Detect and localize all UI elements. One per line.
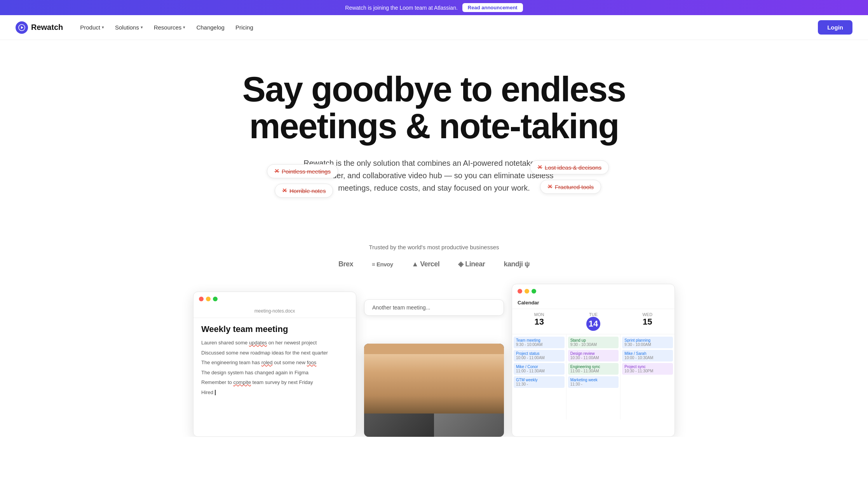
logo-icon bbox=[16, 21, 28, 34]
mockups-area: meeting-notes.docx Weekly team meeting L… bbox=[181, 276, 687, 437]
traffic-lights bbox=[193, 292, 356, 304]
product-chevron-icon: ▾ bbox=[102, 25, 104, 30]
brand-vercel: ▲ Vercel bbox=[411, 260, 439, 268]
nav-resources[interactable]: Resources ▾ bbox=[149, 21, 190, 34]
brand-linear: ◈ Linear bbox=[458, 260, 485, 268]
announcement-text: Rewatch is joining the Loom team at Atla… bbox=[345, 5, 458, 11]
nav-pricing[interactable]: Pricing bbox=[231, 21, 258, 34]
cal-event-gtm-weekly: GTM weekly 11:30 - bbox=[514, 376, 565, 388]
nav-product[interactable]: Product ▾ bbox=[75, 21, 109, 34]
doc-mockup: meeting-notes.docx Weekly team meeting L… bbox=[193, 292, 356, 437]
nav-changelog[interactable]: Changelog bbox=[192, 21, 229, 34]
cal-col-wed: Sprint planning 9:30 - 10:00AM Mike / Sa… bbox=[620, 334, 675, 420]
trusted-label: Trusted by the world's most productive b… bbox=[16, 244, 852, 250]
doc-line-2: Discussed some new roadmap ideas for the… bbox=[201, 349, 348, 357]
cal-tl-red bbox=[518, 289, 522, 294]
video-label: Another team meeting... bbox=[364, 299, 504, 316]
doc-content: Weekly team meeting Lauren shared some u… bbox=[193, 318, 356, 406]
hero-section: ✕ Pointless meetings ✕ Horrible notes ✕ … bbox=[220, 40, 648, 236]
video-area: Another team meeting... bbox=[364, 299, 504, 437]
tag-lost-ideas: ✕ Lost ideas & decisons bbox=[530, 160, 609, 174]
announcement-bar: Rewatch is joining the Loom team at Atla… bbox=[0, 0, 868, 15]
traffic-light-green bbox=[213, 297, 218, 301]
logo[interactable]: Rewatch bbox=[16, 21, 63, 34]
doc-line-1: Lauren shared some updates on her newest… bbox=[201, 339, 348, 347]
resources-chevron-icon: ▾ bbox=[183, 25, 185, 30]
video-mockup bbox=[364, 344, 504, 437]
cal-event-standup: Stand up 9:30 - 10:30AM bbox=[568, 337, 619, 348]
cal-event-project-status: Project status 10:00 - 11:00AM bbox=[514, 350, 565, 361]
x-icon-pointless: ✕ bbox=[274, 168, 279, 175]
login-button[interactable]: Login bbox=[818, 20, 852, 35]
doc-meeting-title: Weekly team meeting bbox=[201, 324, 348, 334]
cal-event-project-sync: Project sync 10:30 - 11:30PM bbox=[622, 363, 673, 375]
cal-event-sprint-planning: Sprint planning 9:30 - 10:00AM bbox=[622, 337, 673, 348]
cal-header-wed: WED 15 bbox=[620, 309, 675, 334]
cal-body: Team meeting 9:30 - 10:00AM Project stat… bbox=[512, 334, 675, 420]
calendar-title: Calendar bbox=[512, 297, 675, 309]
traffic-light-yellow bbox=[206, 297, 211, 301]
brand-brex: Brex bbox=[338, 260, 353, 268]
x-icon-horrible: ✕ bbox=[282, 187, 287, 194]
nav-left: Rewatch Product ▾ Solutions ▾ Resources … bbox=[16, 21, 258, 34]
calendar-mockup: Calendar MON 13 TUE 14 WED 15 bbox=[512, 284, 675, 437]
cal-tl-green bbox=[532, 289, 536, 294]
x-icon-fractured: ✕ bbox=[547, 183, 553, 190]
solutions-chevron-icon: ▾ bbox=[141, 25, 143, 30]
x-icon-lost: ✕ bbox=[537, 164, 542, 171]
tag-fractured-tools: ✕ Fractured tools bbox=[540, 180, 601, 194]
doc-line-3: The engineering team has roled out some … bbox=[201, 359, 348, 367]
brand-name: Rewatch bbox=[31, 23, 63, 32]
doc-line-5: Remember to compite team survey by next … bbox=[201, 379, 348, 386]
doc-line-6: Hired bbox=[201, 389, 348, 396]
cal-header: MON 13 TUE 14 WED 15 bbox=[512, 309, 675, 334]
cal-event-eng-sync: Engineering sync 11:00 - 11:30AM bbox=[568, 363, 619, 375]
doc-line-4: The design system has changed again in F… bbox=[201, 369, 348, 377]
logo-strip: Brex ≡ Envoy ▲ Vercel ◈ Linear kandji ψ bbox=[16, 260, 852, 268]
brand-envoy: ≡ Envoy bbox=[372, 261, 393, 268]
navbar: Rewatch Product ▾ Solutions ▾ Resources … bbox=[0, 15, 868, 40]
cal-header-mon: MON 13 bbox=[512, 309, 566, 334]
cal-tl-yellow bbox=[525, 289, 529, 294]
cal-col-tue: Stand up 9:30 - 10:30AM Design review 10… bbox=[566, 334, 621, 420]
nav-solutions[interactable]: Solutions ▾ bbox=[110, 21, 148, 34]
cal-col-mon: Team meeting 9:30 - 10:00AM Project stat… bbox=[512, 334, 566, 420]
hero-subtitle: Rewatch is the only solution that combin… bbox=[302, 157, 566, 194]
cal-header-tue: TUE 14 bbox=[566, 309, 620, 334]
tag-horrible-notes: ✕ Horrible notes bbox=[275, 184, 333, 198]
hero-title: Say goodbye to endless meetings & note-t… bbox=[236, 71, 632, 144]
brand-kandji: kandji ψ bbox=[504, 260, 530, 268]
cal-traffic-lights bbox=[512, 284, 675, 297]
main-content: ✕ Pointless meetings ✕ Horrible notes ✕ … bbox=[0, 40, 868, 437]
cal-event-mike-conor: Mike / Conor 11:00 - 11:30AM bbox=[514, 363, 565, 375]
cal-event-marketing-week: Marketing week 11:30 - bbox=[568, 376, 619, 388]
doc-filename: meeting-notes.docx bbox=[193, 304, 356, 318]
read-announcement-button[interactable]: Read announcement bbox=[462, 3, 523, 12]
traffic-light-red bbox=[199, 297, 204, 301]
cal-event-mike-sarah: Mike / Sarah 10:00 - 10:30AM bbox=[622, 350, 673, 361]
svg-marker-1 bbox=[21, 26, 23, 29]
video-frame bbox=[364, 344, 504, 414]
cal-event-team-meeting: Team meeting 9:30 - 10:00AM bbox=[514, 337, 565, 348]
nav-links: Product ▾ Solutions ▾ Resources ▾ Change… bbox=[75, 21, 258, 34]
cal-event-design-review: Design review 10:30 - 11:00AM bbox=[568, 350, 619, 361]
tag-pointless-meetings: ✕ Pointless meetings bbox=[267, 164, 338, 178]
